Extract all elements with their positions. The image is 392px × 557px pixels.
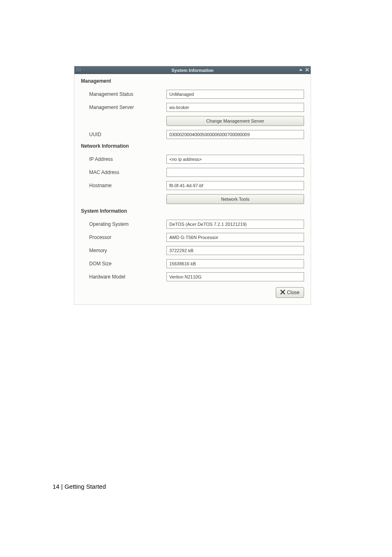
svg-rect-2 [78, 72, 79, 72]
network-section-header: Network Information [81, 143, 304, 149]
os-value: DeTOS (Acer DeTOS 7.2.1 20121219) [166, 220, 304, 229]
window-app-icon [76, 67, 81, 73]
mac-row: MAC Address [81, 168, 304, 177]
management-status-row: Management Status UnManaged [81, 90, 304, 99]
management-server-value: ws-broker [166, 103, 304, 112]
management-server-label: Management Server [81, 104, 166, 110]
hostname-value: f8-0f-41-4d-97-bf [166, 181, 304, 190]
titlebar[interactable]: System Information [74, 66, 311, 74]
processor-value: AMD G-T56N Processor [166, 233, 304, 242]
ip-label: IP Address [81, 156, 166, 162]
network-tools-row: Network Tools [81, 194, 304, 204]
memory-value: 3722292 kB [166, 246, 304, 255]
close-button-label: Close [287, 290, 300, 295]
svg-rect-1 [77, 69, 80, 71]
system-section-header: System Information [81, 208, 304, 214]
change-management-server-button[interactable]: Change Management Server [166, 116, 304, 126]
close-button[interactable]: Close [276, 287, 304, 298]
os-label: Operating System [81, 221, 166, 227]
mac-label: MAC Address [81, 169, 166, 175]
mac-value [166, 168, 304, 177]
network-tools-button[interactable]: Network Tools [166, 194, 304, 204]
dom-row: DOM Size 15638616 kB [81, 259, 304, 268]
memory-row: Memory 3722292 kB [81, 246, 304, 255]
page-footer: 14 | Getting Started [53, 483, 106, 490]
ip-row: IP Address <no ip address> [81, 155, 304, 164]
window-title: System Information [171, 68, 214, 73]
hw-row: Hardware Model Veriton N2110G [81, 272, 304, 281]
os-row: Operating System DeTOS (Acer DeTOS 7.2.1… [81, 220, 304, 229]
close-icon [280, 290, 285, 296]
dialog-footer: Close [81, 287, 304, 298]
uuid-row: UUID 03000200040005000006000700080009 [81, 130, 304, 139]
dom-value: 15638616 kB [166, 259, 304, 268]
window-body: Management Management Status UnManaged M… [74, 74, 311, 304]
management-status-label: Management Status [81, 91, 166, 97]
ip-value: <no ip address> [166, 155, 304, 164]
window-rollup-icon[interactable] [299, 68, 303, 73]
hw-label: Hardware Model [81, 274, 166, 280]
window-close-icon[interactable] [305, 68, 309, 72]
hostname-label: Hostname [81, 183, 166, 188]
dom-label: DOM Size [81, 261, 166, 267]
system-information-window: System Information Management Management… [74, 66, 311, 305]
processor-row: Processor AMD G-T56N Processor [81, 233, 304, 242]
hw-value: Veriton N2110G [166, 272, 304, 281]
memory-label: Memory [81, 248, 166, 253]
management-section-header: Management [81, 78, 304, 84]
change-server-row: Change Management Server [81, 116, 304, 126]
processor-label: Processor [81, 234, 166, 240]
management-status-value: UnManaged [166, 90, 304, 99]
uuid-value: 03000200040005000006000700080009 [166, 130, 304, 139]
window-controls [299, 68, 309, 73]
uuid-label: UUID [81, 132, 166, 137]
hostname-row: Hostname f8-0f-41-4d-97-bf [81, 181, 304, 190]
management-server-row: Management Server ws-broker [81, 103, 304, 112]
